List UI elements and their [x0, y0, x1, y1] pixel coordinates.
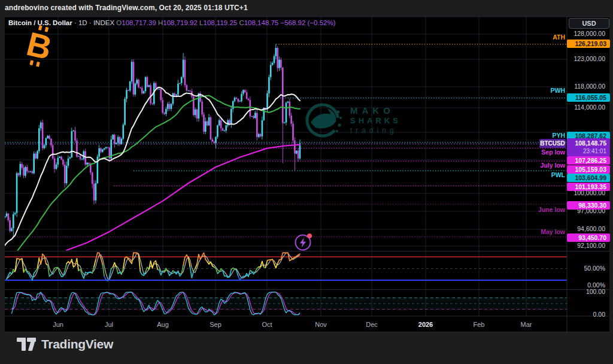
change-value: −568.92 (−0.52%): [280, 19, 335, 26]
time-tick-label: Sep: [210, 321, 221, 328]
tradingview-window: andrebovino created with TradingView.com…: [0, 0, 613, 364]
price-tick-label: 123,000.00: [567, 55, 610, 62]
interval-label[interactable]: 1D: [78, 19, 87, 26]
level-label-july-low: July low: [541, 162, 565, 169]
close-value: 108,148.75: [244, 19, 279, 26]
watermark-line2: SHARKS: [350, 116, 401, 126]
chart-canvas[interactable]: [5, 17, 609, 332]
price-tick-label: 92,100.00: [567, 242, 610, 249]
flash-alert-icon[interactable]: [293, 232, 314, 252]
time-tick-label: 2026: [418, 321, 433, 328]
time-tick-label: Dec: [366, 321, 378, 328]
level-price-label: 101,193.35: [567, 183, 610, 191]
watermark-line3: trading: [350, 126, 401, 136]
price-tick-label: 118,000.00: [567, 83, 610, 90]
symbol-title[interactable]: Bitcoin / U.S. Dollar: [8, 19, 72, 26]
time-tick-label: Oct: [262, 321, 272, 328]
current-price-value: 108,148.75: [567, 139, 606, 147]
level-label-ath: ATH: [553, 34, 565, 41]
level-price-label: 103,604.99: [567, 174, 610, 182]
time-tick-label: Nov: [315, 321, 327, 328]
price-tick-label: 94,600.00: [567, 225, 610, 232]
level-label-pwh: PWH: [551, 87, 566, 94]
level-price-label: 116,055.05: [567, 93, 610, 102]
level-label-june-low: June low: [538, 206, 565, 213]
watermark-line1: MAKO: [350, 105, 401, 116]
exchange-label: INDEX: [93, 19, 114, 26]
level-label-may-low: May low: [541, 228, 565, 235]
level-label-sep-low: Sep low: [541, 148, 565, 156]
currency-usd-button[interactable]: USD: [569, 18, 609, 29]
price-tick-label: 50.00%: [567, 265, 610, 272]
level-price-label: 93,450.70: [567, 233, 610, 242]
mako-sharks-watermark: MAKO SHARKS trading: [302, 97, 407, 144]
time-tick-label: Aug: [157, 321, 169, 328]
current-price-axis-label: 108,148.75 23:41:01: [567, 138, 610, 156]
symbol-legend[interactable]: Bitcoin / U.S. Dollar · 1D · INDEX O108,…: [8, 19, 336, 26]
level-price-label: 107,286.25: [567, 156, 610, 165]
price-tick-label: 128,000.00: [567, 30, 610, 37]
time-tick-label: Feb: [474, 321, 485, 328]
price-tick-label: 0.00: [567, 311, 610, 318]
tradingview-logo[interactable]: TradingView: [17, 337, 113, 351]
price-tick-label: 100.00: [567, 288, 610, 295]
bar-countdown: 23:41:01: [567, 147, 606, 155]
shark-logo-icon: [302, 99, 345, 142]
time-tick-label: Mar: [521, 321, 532, 328]
level-label-pyh: PYH: [552, 132, 565, 139]
symbol-axis-label: BTCUSD: [539, 139, 566, 148]
level-price-label: 105,159.03: [567, 165, 610, 174]
open-value: 108,717.39: [122, 19, 156, 26]
time-tick-label: Jun: [53, 321, 63, 328]
time-tick-label: Jul: [105, 321, 113, 328]
level-label-pwl: PWL: [551, 171, 565, 178]
level-price-label: 126,219.03: [567, 40, 610, 48]
tradingview-glyph-icon: [17, 338, 36, 351]
price-tick-label: 114,000.00: [567, 104, 610, 111]
tradingview-logo-text: TradingView: [41, 337, 113, 351]
level-price-label: 98,330.30: [567, 201, 610, 210]
high-value: 108,719.92: [163, 19, 198, 26]
attribution-text: andrebovino created with TradingView.com…: [5, 4, 248, 12]
low-value: 108,119.25: [203, 19, 237, 26]
